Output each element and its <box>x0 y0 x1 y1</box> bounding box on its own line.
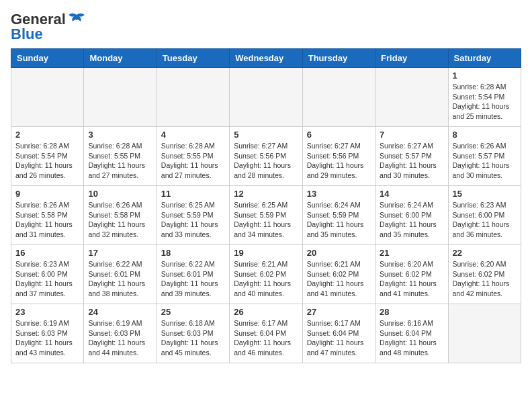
calendar-cell: 8Sunrise: 6:26 AM Sunset: 5:57 PM Daylig… <box>448 127 521 186</box>
day-info: Sunrise: 6:19 AM Sunset: 6:03 PM Dayligh… <box>88 318 152 358</box>
calendar-cell: 7Sunrise: 6:27 AM Sunset: 5:57 PM Daylig… <box>375 127 448 186</box>
calendar-cell: 27Sunrise: 6:17 AM Sunset: 6:04 PM Dayli… <box>302 304 375 363</box>
calendar-week-row: 2Sunrise: 6:28 AM Sunset: 5:54 PM Daylig… <box>11 127 521 186</box>
day-info: Sunrise: 6:27 AM Sunset: 5:56 PM Dayligh… <box>234 141 298 181</box>
calendar-cell: 19Sunrise: 6:21 AM Sunset: 6:02 PM Dayli… <box>230 245 302 304</box>
calendar-cell: 16Sunrise: 6:23 AM Sunset: 6:00 PM Dayli… <box>11 245 84 304</box>
day-info: Sunrise: 6:21 AM Sunset: 6:02 PM Dayligh… <box>234 259 298 299</box>
day-number: 12 <box>234 189 298 199</box>
day-number: 6 <box>307 130 371 140</box>
day-number: 4 <box>161 130 225 140</box>
day-number: 15 <box>453 189 517 199</box>
weekday-header-monday: Monday <box>84 49 157 68</box>
day-info: Sunrise: 6:24 AM Sunset: 6:00 PM Dayligh… <box>380 200 443 240</box>
calendar-cell: 2Sunrise: 6:28 AM Sunset: 5:54 PM Daylig… <box>11 127 84 186</box>
calendar-cell: 26Sunrise: 6:17 AM Sunset: 6:04 PM Dayli… <box>230 304 302 363</box>
calendar-cell: 21Sunrise: 6:20 AM Sunset: 6:02 PM Dayli… <box>375 245 448 304</box>
day-number: 16 <box>15 248 79 258</box>
calendar-cell <box>448 304 521 363</box>
calendar-cell: 17Sunrise: 6:22 AM Sunset: 6:01 PM Dayli… <box>84 245 157 304</box>
day-info: Sunrise: 6:28 AM Sunset: 5:55 PM Dayligh… <box>161 141 225 181</box>
calendar-cell: 12Sunrise: 6:25 AM Sunset: 5:59 PM Dayli… <box>230 186 302 245</box>
day-number: 14 <box>380 189 443 199</box>
weekday-header-wednesday: Wednesday <box>230 49 302 68</box>
day-info: Sunrise: 6:22 AM Sunset: 6:01 PM Dayligh… <box>88 259 152 299</box>
calendar-cell: 4Sunrise: 6:28 AM Sunset: 5:55 PM Daylig… <box>157 127 229 186</box>
day-info: Sunrise: 6:17 AM Sunset: 6:04 PM Dayligh… <box>307 318 371 358</box>
logo: General Blue <box>11 11 86 43</box>
calendar-cell: 13Sunrise: 6:24 AM Sunset: 5:59 PM Dayli… <box>302 186 375 245</box>
day-info: Sunrise: 6:28 AM Sunset: 5:55 PM Dayligh… <box>88 141 152 181</box>
day-number: 21 <box>380 248 443 258</box>
day-number: 24 <box>88 307 152 317</box>
day-number: 27 <box>307 307 371 317</box>
calendar-cell: 18Sunrise: 6:22 AM Sunset: 6:01 PM Dayli… <box>157 245 229 304</box>
calendar-cell: 9Sunrise: 6:26 AM Sunset: 5:58 PM Daylig… <box>11 186 84 245</box>
calendar-cell: 5Sunrise: 6:27 AM Sunset: 5:56 PM Daylig… <box>230 127 302 186</box>
day-number: 26 <box>234 307 298 317</box>
day-info: Sunrise: 6:26 AM Sunset: 5:58 PM Dayligh… <box>88 200 152 240</box>
calendar-cell: 20Sunrise: 6:21 AM Sunset: 6:02 PM Dayli… <box>302 245 375 304</box>
day-number: 8 <box>453 130 517 140</box>
day-info: Sunrise: 6:23 AM Sunset: 6:00 PM Dayligh… <box>453 200 517 240</box>
day-info: Sunrise: 6:16 AM Sunset: 6:04 PM Dayligh… <box>380 318 443 358</box>
logo-blue-text: Blue <box>11 26 43 43</box>
day-number: 23 <box>15 307 79 317</box>
calendar-cell <box>84 68 157 127</box>
weekday-header-row: SundayMondayTuesdayWednesdayThursdayFrid… <box>11 49 521 68</box>
day-number: 13 <box>307 189 371 199</box>
calendar-cell <box>375 68 448 127</box>
day-number: 20 <box>307 248 371 258</box>
day-info: Sunrise: 6:28 AM Sunset: 5:54 PM Dayligh… <box>15 141 79 181</box>
day-info: Sunrise: 6:23 AM Sunset: 6:00 PM Dayligh… <box>15 259 79 299</box>
weekday-header-tuesday: Tuesday <box>157 49 229 68</box>
calendar-cell: 24Sunrise: 6:19 AM Sunset: 6:03 PM Dayli… <box>84 304 157 363</box>
calendar-cell: 3Sunrise: 6:28 AM Sunset: 5:55 PM Daylig… <box>84 127 157 186</box>
day-number: 2 <box>15 130 79 140</box>
calendar-cell: 14Sunrise: 6:24 AM Sunset: 6:00 PM Dayli… <box>375 186 448 245</box>
day-info: Sunrise: 6:17 AM Sunset: 6:04 PM Dayligh… <box>234 318 298 358</box>
calendar-cell: 10Sunrise: 6:26 AM Sunset: 5:58 PM Dayli… <box>84 186 157 245</box>
day-number: 19 <box>234 248 298 258</box>
day-info: Sunrise: 6:24 AM Sunset: 5:59 PM Dayligh… <box>307 200 371 240</box>
day-info: Sunrise: 6:21 AM Sunset: 6:02 PM Dayligh… <box>307 259 371 299</box>
weekday-header-saturday: Saturday <box>448 49 521 68</box>
calendar-cell: 6Sunrise: 6:27 AM Sunset: 5:56 PM Daylig… <box>302 127 375 186</box>
day-number: 25 <box>161 307 225 317</box>
calendar-cell: 23Sunrise: 6:19 AM Sunset: 6:03 PM Dayli… <box>11 304 84 363</box>
day-info: Sunrise: 6:28 AM Sunset: 5:54 PM Dayligh… <box>453 82 517 122</box>
calendar-cell <box>302 68 375 127</box>
calendar-cell: 25Sunrise: 6:18 AM Sunset: 6:03 PM Dayli… <box>157 304 229 363</box>
day-number: 28 <box>380 307 443 317</box>
day-info: Sunrise: 6:20 AM Sunset: 6:02 PM Dayligh… <box>453 259 517 299</box>
day-number: 10 <box>88 189 152 199</box>
calendar-week-row: 1Sunrise: 6:28 AM Sunset: 5:54 PM Daylig… <box>11 68 521 127</box>
day-info: Sunrise: 6:19 AM Sunset: 6:03 PM Dayligh… <box>15 318 79 358</box>
calendar-cell: 22Sunrise: 6:20 AM Sunset: 6:02 PM Dayli… <box>448 245 521 304</box>
calendar-cell <box>157 68 229 127</box>
calendar-cell <box>11 68 84 127</box>
weekday-header-friday: Friday <box>375 49 448 68</box>
day-number: 7 <box>380 130 443 140</box>
weekday-header-sunday: Sunday <box>11 49 84 68</box>
calendar-week-row: 9Sunrise: 6:26 AM Sunset: 5:58 PM Daylig… <box>11 186 521 245</box>
day-info: Sunrise: 6:20 AM Sunset: 6:02 PM Dayligh… <box>380 259 443 299</box>
day-number: 17 <box>88 248 152 258</box>
day-info: Sunrise: 6:25 AM Sunset: 5:59 PM Dayligh… <box>234 200 298 240</box>
day-info: Sunrise: 6:26 AM Sunset: 5:57 PM Dayligh… <box>453 141 517 181</box>
calendar-cell: 28Sunrise: 6:16 AM Sunset: 6:04 PM Dayli… <box>375 304 448 363</box>
day-number: 1 <box>453 71 517 81</box>
weekday-header-thursday: Thursday <box>302 49 375 68</box>
calendar-week-row: 23Sunrise: 6:19 AM Sunset: 6:03 PM Dayli… <box>11 304 521 363</box>
calendar-cell: 11Sunrise: 6:25 AM Sunset: 5:59 PM Dayli… <box>157 186 229 245</box>
day-info: Sunrise: 6:27 AM Sunset: 5:56 PM Dayligh… <box>307 141 371 181</box>
calendar-week-row: 16Sunrise: 6:23 AM Sunset: 6:00 PM Dayli… <box>11 245 521 304</box>
day-number: 18 <box>161 248 225 258</box>
day-info: Sunrise: 6:18 AM Sunset: 6:03 PM Dayligh… <box>161 318 225 358</box>
header: General Blue <box>11 11 521 43</box>
day-number: 11 <box>161 189 225 199</box>
day-info: Sunrise: 6:26 AM Sunset: 5:58 PM Dayligh… <box>15 200 79 240</box>
day-number: 9 <box>15 189 79 199</box>
day-number: 5 <box>234 130 298 140</box>
day-info: Sunrise: 6:22 AM Sunset: 6:01 PM Dayligh… <box>161 259 225 299</box>
